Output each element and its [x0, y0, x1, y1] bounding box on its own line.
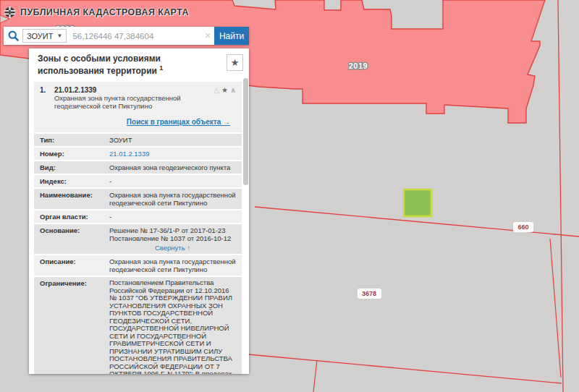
attribute-row-restriction: Ограничение: Постановлением Правительств…: [34, 276, 242, 374]
row-label: Индекс:: [40, 177, 109, 185]
card-action-icons: △ ★ ∧: [214, 86, 236, 94]
zouit-number-link[interactable]: 21.01.2.1339: [109, 150, 236, 158]
result-card: 1. 21.01.2.1339 △ ★ ∧ Охранная зона пунк…: [34, 82, 242, 374]
item-number: 21.01.2.1339: [54, 86, 96, 94]
svg-text:3678: 3678: [362, 290, 376, 297]
attribute-row-basis: Основание: Решение № 17-36/1-Р от 2017-0…: [34, 223, 242, 254]
attribute-row-description: Описание: Охранная зона пункта государст…: [34, 254, 242, 276]
row-label: Описание:: [40, 257, 109, 273]
item-index: 1.: [40, 86, 54, 94]
attribute-row-number: Номер: 21.01.2.1339: [34, 146, 242, 160]
search-category-value: ЗОУИТ: [27, 32, 53, 41]
result-count-badge: 1: [159, 64, 163, 72]
row-label: Вид:: [40, 163, 109, 171]
basis-text: Решение № 17-36/1-Р от 2017-01-23 Постан…: [109, 226, 231, 242]
collapse-item-icon[interactable]: ∧: [230, 86, 236, 94]
search-input[interactable]: [72, 32, 201, 41]
app-window: 660 3678 2019 2019 ПУБЛИЧНАЯ КАДАСТРОВАЯ…: [0, 0, 579, 392]
attribute-row-kind: Вид: Охранная зона геодезического пункта: [34, 160, 242, 174]
result-card-header: 1. 21.01.2.1339 △ ★ ∧ Охранная зона пунк…: [34, 82, 242, 132]
row-value: Охранная зона пункта государственной гео…: [109, 191, 236, 207]
favorite-button[interactable]: ★: [227, 54, 243, 71]
row-value: ЗОУИТ: [109, 136, 236, 144]
item-subtitle: Охранная зона пункта государственной гео…: [54, 94, 203, 110]
chevron-down-icon: ▼: [56, 33, 62, 39]
row-value: -: [109, 177, 236, 185]
row-label: Орган власти:: [40, 213, 109, 221]
pkk-logo-icon: [4, 7, 15, 18]
row-value: Охранная зона пункта государственной гео…: [109, 257, 236, 273]
parcel-label-660: 660: [513, 222, 533, 232]
row-label: Тип:: [40, 136, 109, 144]
app-title: ПУБЛИЧНАЯ КАДАСТРОВАЯ КАРТА: [20, 7, 189, 17]
report-error-icon[interactable]: △: [214, 86, 219, 94]
search-category-dropdown[interactable]: ЗОУИТ ▼: [22, 29, 67, 43]
panel-title: Зоны с особыми условиями использования т…: [38, 54, 220, 76]
search-icon: [4, 30, 22, 41]
search-bar: ЗОУИТ ▼ ✕ Найти: [4, 27, 249, 45]
panel-scrollbar-thumb[interactable]: [243, 78, 248, 185]
row-value: Охранная зона геодезического пункта: [109, 163, 236, 171]
zone-label-2019: 2019: [349, 61, 368, 70]
favorite-item-icon[interactable]: ★: [221, 86, 228, 94]
row-value: Решение № 17-36/1-Р от 2017-01-23 Постан…: [109, 226, 236, 252]
row-value: Постановлением Правительства Российской …: [109, 279, 236, 374]
clear-search-icon[interactable]: ✕: [201, 31, 214, 41]
row-label: Ограничение:: [40, 279, 109, 374]
star-icon: ★: [231, 57, 240, 68]
search-in-bounds-link[interactable]: Поиск в границах объекта →: [127, 118, 230, 126]
row-label: Номер:: [40, 150, 109, 158]
attribute-row-authority: Орган власти: -: [34, 209, 242, 223]
panel-title-text: Зоны с особыми условиями использования т…: [38, 54, 161, 76]
panel-header: Зоны с особыми условиями использования т…: [29, 48, 249, 80]
results-panel: Зоны с особыми условиями использования т…: [29, 48, 249, 374]
find-button[interactable]: Найти: [214, 27, 249, 45]
attribute-row-index: Индекс: -: [34, 174, 242, 187]
collapse-link[interactable]: Свернуть ↑: [109, 244, 236, 252]
selected-zouit-object[interactable]: [404, 189, 431, 216]
row-label: Наименование:: [40, 191, 109, 207]
attribute-row-type: Тип: ЗОУИТ: [34, 132, 242, 146]
attribute-row-name: Наименование: Охранная зона пункта госуд…: [34, 187, 242, 209]
row-label: Основание:: [40, 226, 109, 252]
row-value: -: [109, 213, 236, 221]
app-header: ПУБЛИЧНАЯ КАДАСТРОВАЯ КАРТА: [4, 5, 189, 20]
svg-text:660: 660: [517, 223, 528, 231]
parcel-label-3678: 3678: [358, 289, 381, 299]
